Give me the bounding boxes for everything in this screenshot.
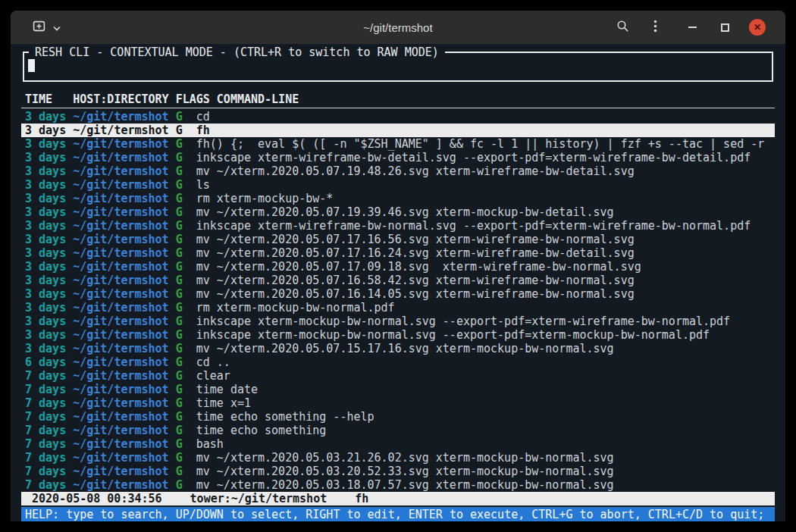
history-row[interactable]: 3 days ~/git/termshot G ls xyxy=(21,178,775,192)
history-command: mv ~/xterm.2020.05.07.16.14.05.svg xterm… xyxy=(196,287,635,301)
history-command: mv ~/xterm.2020.05.07.17.09.18.svg xterm… xyxy=(196,260,641,274)
history-row[interactable]: 3 days ~/git/termshot G mv ~/xterm.2020.… xyxy=(21,342,775,355)
history-row[interactable]: 3 days ~/git/termshot G fh() {; eval $( … xyxy=(21,137,775,151)
header-flags: FLAGS xyxy=(176,92,210,106)
history-host: ~/git/termshot xyxy=(73,137,168,151)
history-row[interactable]: 3 days ~/git/termshot G cd xyxy=(21,110,775,124)
history-time: 3 days xyxy=(25,274,66,287)
history-time: 3 days xyxy=(25,315,66,328)
history-row[interactable]: 7 days ~/git/termshot G clear xyxy=(21,369,775,383)
history-time: 3 days xyxy=(25,164,66,178)
history-flags: G xyxy=(176,424,183,437)
history-row[interactable]: 7 days ~/git/termshot G bash xyxy=(21,437,775,451)
text-cursor xyxy=(28,59,35,72)
history-row[interactable]: 7 days ~/git/termshot G time echo someth… xyxy=(21,410,775,424)
history-host: ~/git/termshot xyxy=(73,233,168,246)
history-row[interactable]: 3 days ~/git/termshot G inkscape xterm-w… xyxy=(21,151,775,164)
history-time: 7 days xyxy=(25,369,66,383)
chevron-down-icon xyxy=(53,20,61,34)
terminal-screen[interactable]: RESH CLI - CONTEXTUAL MODE - (CTRL+R to … xyxy=(11,44,785,521)
history-host: ~/git/termshot xyxy=(73,124,168,137)
history-flags: G xyxy=(176,396,183,410)
history-row[interactable]: 7 days ~/git/termshot G time date xyxy=(21,383,775,396)
menu-button[interactable] xyxy=(647,19,663,36)
history-command: inkscape xterm-wireframe-bw-detail.svg -… xyxy=(196,151,751,164)
history-row[interactable]: 3 days ~/git/termshot G mv ~/xterm.2020.… xyxy=(21,246,775,260)
history-row[interactable]: 7 days ~/git/termshot G time x=1 xyxy=(21,396,775,410)
history-time: 3 days xyxy=(25,110,66,124)
history-command: ls xyxy=(196,178,210,192)
history-host: ~/git/termshot xyxy=(73,478,168,492)
history-row[interactable]: 3 days ~/git/termshot G rm xterm-mockup-… xyxy=(21,301,775,315)
history-row[interactable]: 6 days ~/git/termshot G cd .. xyxy=(21,355,775,369)
history-row[interactable]: 3 days ~/git/termshot G mv ~/xterm.2020.… xyxy=(21,287,775,301)
history-flags: G xyxy=(176,110,183,124)
history-command: rm xterm-mockup-bw-normal.pdf xyxy=(196,301,395,315)
history-command: inkscape xterm-wireframe-bw-normal.svg -… xyxy=(196,219,751,233)
history-row[interactable]: 3 days ~/git/termshot G mv ~/xterm.2020.… xyxy=(21,205,775,219)
history-command: cd xyxy=(196,110,210,124)
history-time: 3 days xyxy=(25,205,66,219)
history-row[interactable]: 7 days ~/git/termshot G mv ~/xterm.2020.… xyxy=(21,451,775,465)
history-time: 7 days xyxy=(25,451,66,465)
history-host: ~/git/termshot xyxy=(73,192,168,205)
history-command: time x=1 xyxy=(196,396,251,410)
history-row[interactable]: 3 days ~/git/termshot G inkscape xterm-w… xyxy=(21,219,775,233)
history-flags: G xyxy=(176,451,183,465)
history-command: mv ~/xterm.2020.05.07.16.58.42.svg xterm… xyxy=(196,274,635,287)
history-flags: G xyxy=(176,137,183,151)
search-input[interactable]: RESH CLI - CONTEXTUAL MODE - (CTRL+R to … xyxy=(23,52,773,82)
history-time: 3 days xyxy=(25,260,66,274)
history-row[interactable]: 7 days ~/git/termshot G time echo someth… xyxy=(21,424,775,437)
history-command: time echo something --help xyxy=(196,410,374,424)
history-row[interactable]: 3 days ~/git/termshot G rm xterm-mockup-… xyxy=(21,192,775,205)
history-row[interactable]: 3 days ~/git/termshot G mv ~/xterm.2020.… xyxy=(21,274,775,287)
history-row[interactable]: 3 days ~/git/termshot G inkscape xterm-m… xyxy=(21,315,775,328)
history-host: ~/git/termshot xyxy=(73,164,168,178)
history-flags: G xyxy=(176,478,183,492)
history-row[interactable]: 3 days ~/git/termshot G mv ~/xterm.2020.… xyxy=(21,164,775,178)
close-button[interactable]: ✕ xyxy=(749,19,766,36)
history-time: 3 days xyxy=(25,287,66,301)
history-flags: G xyxy=(176,246,183,260)
history-flags: G xyxy=(176,233,183,246)
history-flags: G xyxy=(176,410,183,424)
history-row[interactable]: 7 days ~/git/termshot G mv ~/xterm.2020.… xyxy=(21,478,775,492)
history-flags: G xyxy=(176,328,183,342)
history-host: ~/git/termshot xyxy=(73,219,168,233)
history-flags: G xyxy=(176,260,183,274)
header-time: TIME xyxy=(25,92,66,106)
history-time: 7 days xyxy=(25,396,66,410)
history-host: ~/git/termshot xyxy=(73,315,168,328)
titlebar: ~/git/termshot ✕ xyxy=(11,11,785,44)
history-flags: G xyxy=(176,301,183,315)
history-time: 3 days xyxy=(25,151,66,164)
history-flags: G xyxy=(176,369,183,383)
history-row[interactable]: 3 days ~/git/termshot G inkscape xterm-m… xyxy=(21,328,775,342)
history-time: 3 days xyxy=(25,246,66,260)
new-tab-button[interactable] xyxy=(30,19,47,36)
history-time: 3 days xyxy=(25,233,66,246)
history-host: ~/git/termshot xyxy=(73,301,168,315)
history-row[interactable]: 3 days ~/git/termshot G fh xyxy=(21,124,775,137)
history-host: ~/git/termshot xyxy=(73,151,168,164)
history-row[interactable]: 3 days ~/git/termshot G mv ~/xterm.2020.… xyxy=(21,233,775,246)
history-host: ~/git/termshot xyxy=(73,451,168,465)
search-button[interactable] xyxy=(614,19,631,36)
minimize-button[interactable] xyxy=(684,19,700,36)
history-row[interactable]: 7 days ~/git/termshot G mv ~/xterm.2020.… xyxy=(21,465,775,478)
history-row[interactable]: 3 days ~/git/termshot G mv ~/xterm.2020.… xyxy=(21,260,775,274)
restore-button[interactable] xyxy=(716,19,733,36)
history-time: 7 days xyxy=(25,478,66,492)
history-flags: G xyxy=(176,342,183,355)
history-command: mv ~/xterm.2020.05.03.18.07.57.svg xterm… xyxy=(196,478,614,492)
history-command: bash xyxy=(196,437,224,451)
history-host: ~/git/termshot xyxy=(73,396,168,410)
history-host: ~/git/termshot xyxy=(73,383,168,396)
history-flags: G xyxy=(176,178,183,192)
history-time: 3 days xyxy=(25,301,66,315)
terminal-window: ~/git/termshot ✕ RESH CLI - CONT xyxy=(11,11,785,521)
history-command: inkscape xterm-mockup-bw-normal.svg --ex… xyxy=(196,328,710,342)
history-host: ~/git/termshot xyxy=(73,246,168,260)
tab-dropdown-button[interactable] xyxy=(52,19,61,36)
